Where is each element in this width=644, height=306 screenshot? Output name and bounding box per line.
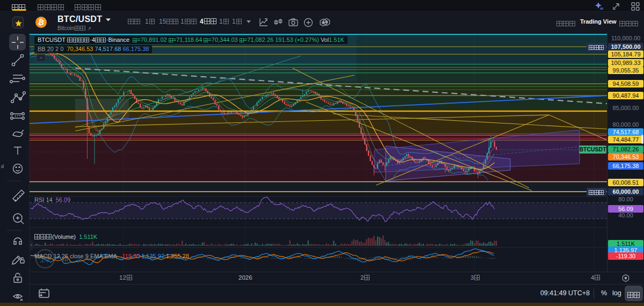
svg-text:AI: AI <box>600 7 603 10</box>
svg-text:d: d <box>1 164 4 169</box>
